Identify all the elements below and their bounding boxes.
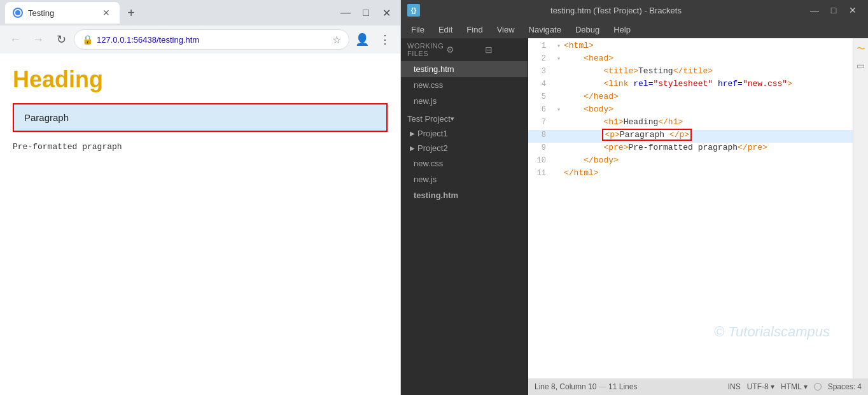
line-content-7: <h1>Heading</h1> xyxy=(564,117,868,127)
live-preview-icon[interactable]: 〜 xyxy=(855,43,867,55)
tab-close-button[interactable]: ✕ xyxy=(101,7,112,18)
code-editor-wrapper: 1 ▾ <html> 2 ▾ <head> 3 xyxy=(528,38,868,395)
bookmark-icon[interactable]: ☆ xyxy=(332,34,341,46)
reload-button[interactable]: ↻ xyxy=(51,29,71,50)
menu-help[interactable]: Help xyxy=(607,24,637,36)
line-content-1: <html> xyxy=(564,41,868,50)
minimize-button[interactable]: — xyxy=(337,4,354,22)
code-line-11[interactable]: 11 </html> xyxy=(528,168,868,181)
fold-1[interactable]: ▾ xyxy=(554,42,564,50)
maximize-button[interactable]: □ xyxy=(357,4,375,22)
fold-8 xyxy=(554,132,564,139)
menu-find[interactable]: Find xyxy=(460,24,489,36)
editor-close-button[interactable]: ✕ xyxy=(844,1,862,19)
url-bar[interactable]: 🔒 127.0.0.1:56438/testing.htm ☆ xyxy=(74,29,349,50)
fold-11 xyxy=(554,170,564,177)
editor-statusbar: Line 8, Column 10 — 11 Lines INS UTF-8 ▾… xyxy=(528,378,868,395)
page-heading: Heading xyxy=(13,66,388,93)
statusbar-circle xyxy=(814,383,822,391)
statusbar-language[interactable]: HTML ▾ xyxy=(781,382,808,391)
code-line-7[interactable]: 7 <h1>Heading</h1> xyxy=(528,117,868,130)
statusbar-ins[interactable]: INS xyxy=(728,382,741,391)
project-header[interactable]: Test Project xyxy=(401,109,528,126)
line-number-5: 5 xyxy=(528,92,554,101)
line-content-8: <p>Paragraph </p> xyxy=(564,130,868,140)
line-content-9: <pre>Pre-formatted pragraph</pre> xyxy=(564,143,868,152)
fold-3 xyxy=(554,68,564,75)
preformatted-element: Pre-formatted pragraph xyxy=(13,142,388,152)
paragraph-text: Paragraph xyxy=(24,112,69,123)
menu-file[interactable]: File xyxy=(405,24,431,36)
statusbar-spaces[interactable]: Spaces: 4 xyxy=(828,382,862,391)
project-file-new-js[interactable]: new.js xyxy=(401,171,528,187)
menu-debug[interactable]: Debug xyxy=(569,24,606,36)
line-content-3: <title>Testing</title> xyxy=(564,66,868,76)
statusbar-position: Line 8, Column 10 — 11 Lines xyxy=(535,382,722,391)
editor-minimize-button[interactable]: — xyxy=(806,1,823,19)
line-number-3: 3 xyxy=(528,67,554,76)
editor-body: Working Files ⚙ ⊟ testing.htm new.css ne… xyxy=(401,38,868,395)
line-number-1: 1 xyxy=(528,41,554,50)
line-number-8: 8 xyxy=(528,131,554,140)
sidebar-split-icon[interactable]: ⊟ xyxy=(485,45,521,55)
working-files-header: Working Files ⚙ ⊟ xyxy=(401,38,528,61)
paragraph-element: Paragraph xyxy=(13,103,388,132)
sidebar-file-new-css[interactable]: new.css xyxy=(401,77,528,93)
url-text: 127.0.0.1:56438/testing.htm xyxy=(97,35,328,45)
line-content-2: <head> xyxy=(564,54,868,63)
code-editor[interactable]: 1 ▾ <html> 2 ▾ <head> 3 xyxy=(528,38,868,378)
active-tab[interactable]: Testing ✕ xyxy=(5,2,120,24)
menu-edit[interactable]: Edit xyxy=(432,24,459,36)
brackets-icon: {} xyxy=(407,4,420,17)
menu-navigate[interactable]: Navigate xyxy=(522,24,568,36)
project-folder-2[interactable]: Project2 xyxy=(401,141,528,155)
editor-titlebar: {} testing.htm (Test Project) - Brackets… xyxy=(401,0,868,20)
line-content-10: </body> xyxy=(564,155,868,165)
line-number-10: 10 xyxy=(528,156,554,165)
code-line-1[interactable]: 1 ▾ <html> xyxy=(528,41,868,54)
code-line-8[interactable]: 8 <p>Paragraph </p> xyxy=(528,130,868,143)
lock-icon: 🔒 xyxy=(82,34,93,45)
fold-6[interactable]: ▾ xyxy=(554,106,564,113)
browser-tab-bar: Testing ✕ + — □ ✕ xyxy=(0,0,400,25)
line-number-9: 9 xyxy=(528,143,554,152)
fold-4 xyxy=(554,81,564,88)
sidebar-file-testing-htm[interactable]: testing.htm xyxy=(401,61,528,77)
code-line-10[interactable]: 10 </body> xyxy=(528,155,868,168)
code-line-9[interactable]: 9 <pre>Pre-formatted pragraph</pre> xyxy=(528,143,868,155)
menu-button[interactable]: ⋮ xyxy=(375,29,395,50)
project-folder-1[interactable]: Project1 xyxy=(401,126,528,141)
forward-button[interactable]: → xyxy=(28,29,48,50)
new-tab-button[interactable]: + xyxy=(122,4,140,22)
statusbar-encoding[interactable]: UTF-8 ▾ xyxy=(747,382,774,391)
fold-10 xyxy=(554,157,564,164)
profile-button[interactable]: 👤 xyxy=(352,29,372,50)
watermark: © Tutorialscampus xyxy=(714,324,830,340)
project-file-testing-htm[interactable]: testing.htm xyxy=(401,187,528,203)
project-file-new-css[interactable]: new.css xyxy=(401,155,528,171)
sidebar-file-new-js[interactable]: new.js xyxy=(401,93,528,109)
code-line-5[interactable]: 5 </head> xyxy=(528,92,868,104)
fold-9 xyxy=(554,145,564,152)
file-sidebar: Working Files ⚙ ⊟ testing.htm new.css ne… xyxy=(401,38,528,395)
code-line-4[interactable]: 4 <link rel="stylesheet" href="new.css"> xyxy=(528,79,868,92)
code-line-6[interactable]: 6 ▾ <body> xyxy=(528,104,868,117)
fold-2[interactable]: ▾ xyxy=(554,55,564,62)
sidebar-settings-icon[interactable]: ⚙ xyxy=(446,45,482,55)
line-content-6: <body> xyxy=(564,104,868,114)
extension-icon[interactable]: ▭ xyxy=(855,60,867,71)
editor-gutter-icons: 〜 ▭ xyxy=(853,38,868,378)
window-controls: — □ ✕ xyxy=(337,4,395,22)
code-line-3[interactable]: 3 <title>Testing</title> xyxy=(528,66,868,79)
line-content-4: <link rel="stylesheet" href="new.css"> xyxy=(564,79,868,89)
editor-maximize-button[interactable]: □ xyxy=(825,1,843,19)
fold-5 xyxy=(554,94,564,101)
editor-title: testing.htm (Test Project) - Brackets xyxy=(426,6,806,15)
menu-view[interactable]: View xyxy=(491,24,521,36)
code-line-2[interactable]: 2 ▾ <head> xyxy=(528,54,868,66)
line-number-4: 4 xyxy=(528,80,554,89)
back-button[interactable]: ← xyxy=(5,29,25,50)
working-files-label: Working Files xyxy=(407,42,444,57)
close-button[interactable]: ✕ xyxy=(377,4,395,22)
tab-favicon xyxy=(13,8,23,18)
